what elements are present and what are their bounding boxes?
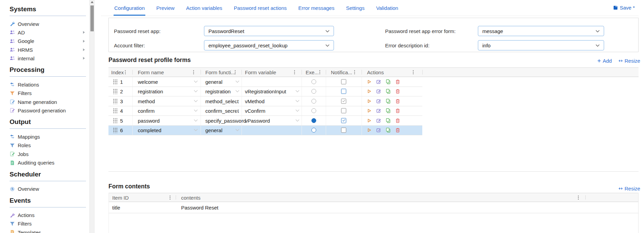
drag-handle-icon[interactable] (113, 127, 117, 133)
col-notification-menu-icon[interactable] (354, 70, 355, 75)
tab-preview[interactable]: Preview (156, 4, 175, 16)
col-form-function-menu-icon[interactable] (235, 70, 236, 75)
cell-form-name[interactable]: confirm (138, 108, 155, 114)
chevron-down-icon[interactable] (194, 100, 198, 103)
sidebar-item-overview[interactable]: Overview (10, 185, 86, 193)
drag-handle-icon[interactable] (113, 98, 117, 104)
table-row[interactable]: 2registrationregistrationvRegistrationIn… (108, 87, 422, 97)
cell-form-name[interactable]: method (138, 98, 155, 104)
copy-icon[interactable] (385, 108, 391, 113)
chevron-down-icon[interactable] (235, 109, 239, 112)
notification-checkbox[interactable] (341, 98, 346, 104)
copy-icon[interactable] (385, 79, 391, 84)
col-form-variable-menu-icon[interactable] (294, 70, 295, 75)
sidebar-item-mappings[interactable]: Mappings (10, 133, 86, 141)
delete-icon[interactable] (395, 108, 400, 113)
exec-radio[interactable] (311, 79, 316, 84)
chevron-right-icon[interactable] (83, 57, 85, 60)
chevron-down-icon[interactable] (194, 90, 198, 93)
notification-checkbox[interactable] (341, 118, 346, 123)
delete-icon[interactable] (395, 98, 400, 104)
chevron-right-icon[interactable] (83, 31, 85, 34)
scrollbar-up-icon[interactable] (91, 1, 93, 3)
add-button[interactable]: Add (597, 58, 612, 64)
delete-icon[interactable] (395, 118, 400, 123)
sidebar-item-google[interactable]: Google (10, 37, 86, 45)
run-icon[interactable] (366, 127, 372, 133)
cell-form-name[interactable]: welcome (138, 79, 158, 84)
run-icon[interactable] (366, 89, 372, 94)
notification-checkbox[interactable] (341, 89, 346, 94)
drag-handle-icon[interactable] (113, 118, 117, 123)
copy-icon[interactable] (385, 98, 391, 104)
drag-handle-icon[interactable] (113, 79, 117, 84)
tab-validation[interactable]: Validation (376, 4, 399, 16)
cell-form-name[interactable]: password (138, 118, 160, 123)
cell-form-name[interactable]: registration (138, 89, 163, 94)
sidebar-item-jobs[interactable]: Jobs (10, 150, 86, 158)
cell-form-function[interactable]: method_select (205, 98, 239, 104)
cell-form-variable[interactable]: vConfirm (245, 108, 265, 114)
chevron-down-icon[interactable] (235, 129, 239, 131)
edit-icon[interactable] (376, 79, 381, 84)
sidebar-item-filters[interactable]: Filters (10, 89, 86, 97)
drag-handle-icon[interactable] (113, 108, 117, 114)
delete-icon[interactable] (395, 79, 400, 84)
run-icon[interactable] (366, 118, 372, 123)
chevron-right-icon[interactable] (83, 48, 85, 51)
col-index-menu-icon[interactable] (125, 70, 126, 75)
cell-form-function[interactable]: general (205, 127, 222, 133)
delete-icon[interactable] (395, 89, 400, 94)
password-reset-app-select[interactable]: PasswordReset (204, 26, 334, 36)
sidebar-item-templates[interactable]: Templates (10, 228, 86, 233)
resize-button[interactable]: Resize (618, 58, 640, 64)
copy-icon[interactable] (385, 89, 391, 94)
notification-checkbox[interactable] (341, 108, 346, 113)
cell-form-function[interactable]: registration (205, 89, 231, 94)
error-form-select[interactable]: message (478, 26, 604, 36)
chevron-down-icon[interactable] (194, 109, 198, 112)
copy-icon[interactable] (385, 127, 391, 133)
account-filter-select[interactable]: employee_password_reset_lookup (204, 40, 334, 50)
sidebar-item-hrms[interactable]: HRMS (10, 46, 86, 54)
tab-error-messages[interactable]: Error messages (298, 4, 335, 16)
drag-handle-icon[interactable] (113, 89, 117, 94)
edit-icon[interactable] (376, 127, 381, 133)
chevron-down-icon[interactable] (194, 129, 198, 131)
table-row[interactable]: 4confirmconfirm_secretvConfirm (108, 106, 422, 116)
chevron-down-icon[interactable] (235, 80, 239, 83)
sidebar-item-internal[interactable]: internal (10, 54, 86, 62)
tab-password-reset-actions[interactable]: Password reset actions (233, 4, 287, 16)
notification-checkbox[interactable] (341, 79, 346, 84)
cell-form-variable[interactable]: vMethod (245, 98, 265, 104)
chevron-down-icon[interactable] (194, 119, 198, 122)
sidebar-item-name-generation[interactable]: Name generation (10, 98, 86, 106)
chevron-down-icon[interactable] (235, 90, 239, 93)
chevron-down-icon[interactable] (235, 100, 239, 103)
col-form-name-menu-icon[interactable] (193, 70, 194, 75)
sidebar-item-password-generation[interactable]: Password generation (10, 106, 86, 114)
chevron-right-icon[interactable] (83, 40, 85, 43)
exec-radio[interactable] (311, 128, 316, 133)
chevron-down-icon[interactable] (194, 80, 198, 83)
col-contents-menu-icon[interactable] (578, 195, 579, 200)
scrollbar-thumb[interactable] (90, 5, 94, 31)
sidebar-item-filters[interactable]: Filters (10, 220, 86, 228)
run-icon[interactable] (366, 98, 372, 104)
sidebar-item-roles[interactable]: Roles (10, 141, 86, 150)
table-row[interactable]: 5passwordspecify_passwordvPassword (108, 116, 422, 126)
copy-icon[interactable] (385, 118, 391, 123)
chevron-down-icon[interactable] (235, 119, 239, 122)
exec-radio[interactable] (311, 118, 316, 123)
col-actions-menu-icon[interactable] (413, 70, 414, 75)
col-item-id-menu-icon[interactable] (170, 195, 171, 200)
table-row[interactable]: 1welcomegeneral (108, 77, 422, 87)
edit-icon[interactable] (376, 89, 381, 94)
table-row[interactable]: 6completedgeneral (108, 126, 422, 136)
error-description-id-select[interactable]: info (478, 40, 604, 50)
tab-settings[interactable]: Settings (345, 4, 365, 16)
sidebar-item-actions[interactable]: Actions (10, 211, 86, 219)
sidebar-item-auditing-queries[interactable]: Auditing queries (10, 159, 86, 167)
exec-radio[interactable] (311, 99, 316, 104)
delete-icon[interactable] (395, 127, 400, 133)
